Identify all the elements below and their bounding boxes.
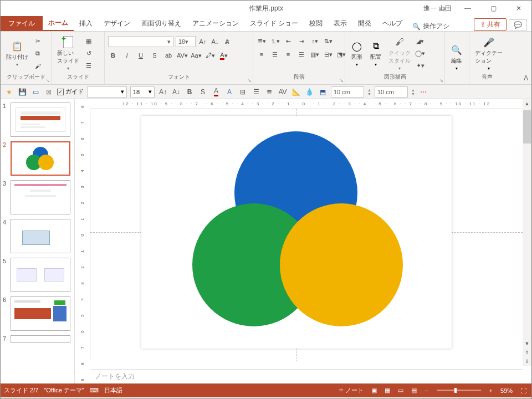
qat-width-input[interactable]: 10 cm xyxy=(331,86,364,98)
zoom-level[interactable]: 59% xyxy=(499,387,514,394)
qat-height-input[interactable]: 10 cm xyxy=(375,86,408,98)
tab-help[interactable]: ヘルプ xyxy=(377,16,408,31)
tab-review[interactable]: 校閲 xyxy=(304,16,328,31)
slide-canvas-area[interactable]: 12 · 11 · 10 · 9 · · 8 · · 7 · · 6 · · 5… xyxy=(75,99,531,383)
font-family-select[interactable]: ▾ xyxy=(108,36,173,47)
char-spacing-icon[interactable]: AV▾ xyxy=(177,50,187,60)
numbering-icon[interactable]: ⒈▾ xyxy=(270,36,280,46)
format-painter-icon[interactable]: 🖌 xyxy=(33,61,43,71)
editing-button[interactable]: 🔍 編集▾ xyxy=(448,43,465,72)
collapse-ribbon-icon[interactable]: ᐱ xyxy=(524,74,528,82)
dialog-launcher-icon[interactable]: ↘ xyxy=(248,78,252,83)
increase-indent-icon[interactable]: ⇥ xyxy=(296,36,306,46)
zoom-in-button[interactable]: + xyxy=(488,387,494,394)
underline-button[interactable]: U xyxy=(136,50,146,60)
qat-send-back-icon[interactable]: ⬒ xyxy=(318,87,328,97)
text-direction-icon[interactable]: ⇅▾ xyxy=(323,36,333,46)
status-language[interactable]: 日本語 xyxy=(104,386,122,395)
thumb-4[interactable]: 4 xyxy=(3,219,72,253)
next-slide-icon[interactable]: ⇓ xyxy=(523,357,531,366)
notes-pane[interactable]: ノートを入力 xyxy=(90,369,523,383)
qat-texteffect-icon[interactable]: A xyxy=(224,87,234,97)
qat-ruler-icon[interactable]: 📐 xyxy=(291,87,301,97)
view-slideshow-icon[interactable]: ▤ xyxy=(410,387,418,394)
qat-align-icon[interactable]: ⊟ xyxy=(238,87,248,97)
prev-slide-icon[interactable]: ⇑ xyxy=(523,348,531,357)
notes-toggle[interactable]: ≐ ノート xyxy=(337,386,365,395)
spin-down-icon[interactable]: ▼ xyxy=(411,92,415,96)
shape-effects-icon[interactable]: ✦▾ xyxy=(415,61,425,71)
change-case-icon[interactable]: Aa▾ xyxy=(191,50,201,60)
new-slide-button[interactable]: ✦ 新しい スライド ▾ xyxy=(55,35,81,72)
bullets-icon[interactable]: ≣▾ xyxy=(257,36,267,46)
line-spacing-icon[interactable]: ↕▾ xyxy=(310,36,320,46)
fit-to-window-icon[interactable]: ⛶ xyxy=(519,387,528,394)
tab-developer[interactable]: 開発 xyxy=(352,16,377,31)
qat-shrink-font-icon[interactable]: A↓ xyxy=(171,87,181,97)
view-reading-icon[interactable]: ▭ xyxy=(396,387,405,394)
vertical-scrollbar[interactable]: ▲ ▼ ⇑ ⇓ xyxy=(523,99,531,366)
thumb-2[interactable]: 2 xyxy=(3,141,72,176)
shape-outline-icon[interactable]: ◯▾ xyxy=(415,49,425,59)
font-size-select[interactable]: 18 ▾ xyxy=(176,36,196,47)
scroll-up-icon[interactable]: ▲ xyxy=(523,99,531,108)
status-slide-number[interactable]: スライド 2/7 xyxy=(4,386,38,395)
reading-view-icon[interactable]: ▭ xyxy=(30,87,40,97)
qat-strike-icon[interactable]: S xyxy=(198,87,208,97)
qat-spacing-icon[interactable]: AV xyxy=(278,87,288,97)
dialog-launcher-icon[interactable]: ↘ xyxy=(340,78,344,83)
quick-styles-button[interactable]: 🖌 クイック スタイル▾ xyxy=(386,35,413,72)
status-theme[interactable]: "Office テーマ" xyxy=(44,386,84,395)
qat-fontcolor-icon[interactable]: A xyxy=(211,87,221,97)
qat-font-select[interactable]: ▾ xyxy=(87,86,127,98)
arrange-button[interactable]: ⧉ 配置▾ xyxy=(367,39,384,68)
copy-icon[interactable]: ⧉ xyxy=(33,49,43,59)
spin-up-icon[interactable]: ▲ xyxy=(367,88,371,92)
dictation-button[interactable]: 🎤 ディクテー ション▾ xyxy=(473,35,505,72)
clear-format-icon[interactable]: A̷ xyxy=(222,37,232,47)
tab-transitions[interactable]: 画面切り替え xyxy=(136,16,187,31)
strike-button[interactable]: S xyxy=(150,50,160,60)
bold-button[interactable]: B xyxy=(108,50,118,60)
guide-toggle[interactable]: ✓ ガイド xyxy=(57,88,84,96)
thumb-7[interactable]: 7 xyxy=(3,335,72,343)
minimize-button[interactable]: — xyxy=(455,1,480,16)
reset-icon[interactable]: ↺ xyxy=(84,49,94,59)
favorite-icon[interactable]: ★ xyxy=(4,87,14,97)
align-text-icon[interactable]: ⊟▾ xyxy=(323,49,333,59)
ribbon-display-options-icon[interactable]: ▭ xyxy=(429,1,455,16)
zoom-out-button[interactable]: − xyxy=(423,387,429,394)
save-icon[interactable]: 💾 xyxy=(17,87,27,97)
align-center-icon[interactable]: ☰ xyxy=(270,49,280,59)
shadow-button[interactable]: ab xyxy=(163,50,173,60)
thumb-1[interactable]: 1 xyxy=(3,103,72,137)
tab-animations[interactable]: アニメーション xyxy=(187,16,244,31)
tab-view[interactable]: 表示 xyxy=(328,16,352,31)
tell-me-search[interactable]: 🔍 操作アシ xyxy=(412,22,449,31)
increase-font-icon[interactable]: A↑ xyxy=(198,37,208,47)
spin-up-icon[interactable]: ▲ xyxy=(411,88,415,92)
decrease-indent-icon[interactable]: ⇤ xyxy=(283,36,293,46)
maximize-button[interactable]: ▢ xyxy=(480,1,506,16)
comments-button[interactable]: 💬 xyxy=(509,19,527,30)
tab-insert[interactable]: 挿入 xyxy=(74,16,98,31)
shape-fill-icon[interactable]: ◢▾ xyxy=(415,37,425,47)
scroll-thumb[interactable] xyxy=(523,110,531,144)
italic-button[interactable]: I xyxy=(122,50,132,60)
qat-fontsize-select[interactable]: 18▾ xyxy=(130,86,155,98)
thumb-6[interactable]: 6 xyxy=(3,296,72,331)
tab-file[interactable]: ファイル xyxy=(1,16,43,31)
thumb-5[interactable]: 5 xyxy=(3,258,72,292)
circle-yellow[interactable] xyxy=(280,203,403,326)
highlight-icon[interactable]: 🖍▾ xyxy=(205,50,215,60)
shapes-button[interactable]: ◯ 図形▾ xyxy=(349,39,365,68)
qat-bold-icon[interactable]: B xyxy=(185,87,195,97)
close-button[interactable]: ✕ xyxy=(506,1,531,16)
qat-grow-font-icon[interactable]: A↑ xyxy=(158,87,168,97)
slide-canvas[interactable] xyxy=(141,116,452,349)
view-sorter-icon[interactable]: ▦ xyxy=(383,387,392,394)
tab-design[interactable]: デザイン xyxy=(98,16,136,31)
dialog-launcher-icon[interactable]: ↘ xyxy=(439,78,443,83)
qat-more-icon[interactable]: ⋯ xyxy=(418,87,428,97)
slide-thumbnail-panel[interactable]: 1 2 3 4 5 6 7 xyxy=(1,99,75,383)
